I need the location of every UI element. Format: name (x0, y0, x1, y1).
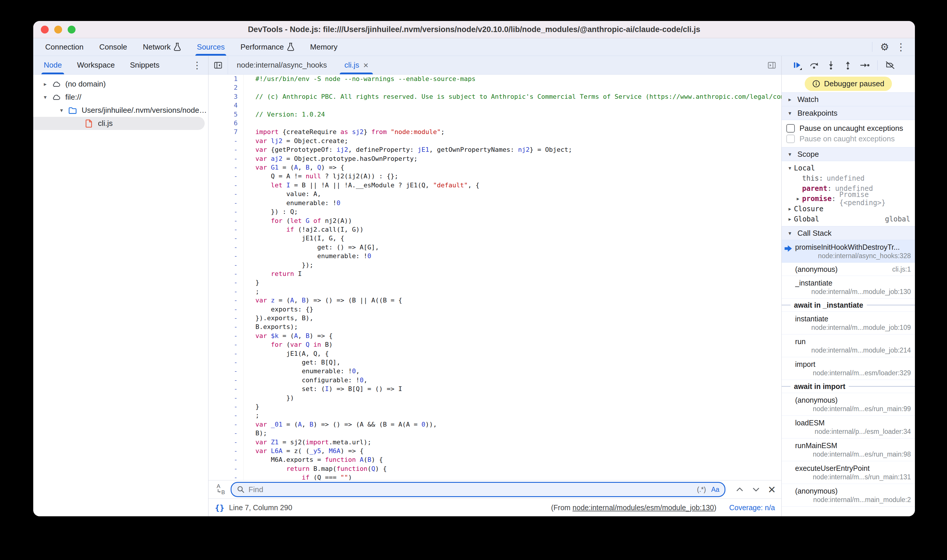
step-over-button[interactable] (805, 58, 822, 73)
line-number[interactable]: - (208, 402, 238, 411)
line-number[interactable]: 7 (208, 128, 238, 136)
line-number[interactable]: - (208, 243, 238, 252)
line-number[interactable]: - (208, 411, 238, 420)
toggle-navigator-icon[interactable] (208, 56, 228, 74)
line-number[interactable]: 2 (208, 83, 238, 92)
line-number[interactable]: - (208, 287, 238, 296)
tree-item-cli-js[interactable]: cli.js (33, 117, 205, 130)
line-number[interactable]: - (208, 145, 238, 154)
line-number-gutter[interactable]: 1234567---------------------------------… (208, 75, 244, 480)
step-button[interactable] (856, 58, 873, 73)
tree-item--no-domain-[interactable]: ▸(no domain) (33, 77, 208, 91)
toggle-debugger-sidebar-icon[interactable] (762, 56, 781, 74)
tree-item-users-jinhuilee-nvm-versions-node-v2-[interactable]: ▾Users/jinhuilee/.nvm/versions/node/v2..… (33, 104, 208, 117)
scope-row[interactable]: ▾Local (782, 163, 915, 173)
line-number[interactable]: - (208, 252, 238, 260)
code-editor[interactable]: 1234567---------------------------------… (208, 75, 781, 480)
close-window-button[interactable] (41, 26, 49, 34)
tab-performance[interactable]: Performance (233, 38, 302, 55)
zoom-window-button[interactable] (68, 26, 76, 34)
chevron-down-icon[interactable]: ▾ (57, 107, 66, 114)
kebab-menu-icon[interactable]: ⋮ (893, 39, 909, 54)
chevron-right-icon[interactable]: ▸ (41, 81, 49, 88)
line-number[interactable]: - (208, 181, 238, 190)
scope-row[interactable]: this:undefined (782, 173, 915, 183)
tab-network[interactable]: Network (135, 38, 189, 55)
chevron-right-icon[interactable]: ▸ (786, 216, 794, 222)
checkbox[interactable] (787, 124, 795, 132)
line-number[interactable]: - (208, 278, 238, 287)
find-previous-icon[interactable] (733, 483, 746, 496)
line-number[interactable]: - (208, 305, 238, 314)
chevron-down-icon[interactable]: ▾ (41, 94, 49, 100)
find-close-icon[interactable]: × (768, 483, 776, 496)
call-stack-frame[interactable]: (anonymous)cli.js:1 (782, 263, 915, 276)
close-tab-icon[interactable]: × (363, 60, 369, 70)
navigator-tab-workspace[interactable]: Workspace (69, 56, 122, 74)
line-number[interactable]: - (208, 465, 238, 473)
tab-console[interactable]: Console (91, 38, 135, 55)
line-number[interactable]: - (208, 323, 238, 331)
line-number[interactable]: - (208, 314, 238, 323)
section-scope[interactable]: ▾ Scope (782, 147, 915, 161)
line-number[interactable]: 1 (208, 75, 238, 83)
line-number[interactable]: 6 (208, 119, 238, 128)
line-number[interactable]: - (208, 385, 238, 393)
line-number[interactable]: - (208, 376, 238, 385)
step-into-button[interactable] (822, 58, 839, 73)
line-number[interactable]: - (208, 367, 238, 375)
navigator-kebab-menu-icon[interactable]: ⋮ (186, 56, 208, 74)
call-stack-frame[interactable]: (anonymous)node:internal/m...main_module… (782, 484, 915, 507)
line-number[interactable]: - (208, 225, 238, 234)
minimize-window-button[interactable] (54, 26, 62, 34)
line-number[interactable]: - (208, 217, 238, 225)
line-number[interactable]: - (208, 332, 238, 340)
line-number[interactable]: - (208, 199, 238, 208)
tab-connection[interactable]: Connection (37, 38, 91, 55)
line-number[interactable]: - (208, 261, 238, 269)
file-tab-cli-js[interactable]: cli.js× (336, 56, 377, 74)
line-number[interactable]: - (208, 429, 238, 438)
line-number[interactable]: - (208, 420, 238, 429)
line-number[interactable]: - (208, 447, 238, 455)
call-stack-frame[interactable]: importnode:internal/m...esm/loader:329 (782, 357, 915, 380)
chevron-right-icon[interactable]: ▸ (786, 206, 794, 212)
line-number[interactable]: - (208, 163, 238, 172)
line-number[interactable]: - (208, 455, 238, 464)
line-number[interactable]: - (208, 154, 238, 163)
line-number[interactable]: - (208, 340, 238, 349)
deactivate-breakpoints-button[interactable] (882, 58, 899, 73)
tab-memory[interactable]: Memory (302, 38, 345, 55)
line-number[interactable]: - (208, 358, 238, 367)
call-stack-frame[interactable]: runMainESMnode:internal/m...es/run_main:… (782, 438, 915, 461)
line-number[interactable]: - (208, 137, 238, 145)
step-out-button[interactable] (839, 58, 856, 73)
settings-gear-icon[interactable]: ⚙ (876, 39, 893, 54)
chevron-down-icon[interactable]: ▾ (786, 165, 794, 171)
file-tab-node-internal-async-hooks[interactable]: node:internal/async_hooks (228, 56, 336, 74)
line-number[interactable]: - (208, 349, 238, 358)
section-breakpoints[interactable]: ▾ Breakpoints (782, 106, 915, 120)
call-stack-frame[interactable]: loadESMnode:internal/p.../esm_loader:34 (782, 416, 915, 438)
call-stack-frame[interactable]: (anonymous)node:internal/m...es/run_main… (782, 393, 915, 416)
call-stack-frame[interactable]: _instantiatenode:internal/m...module_job… (782, 276, 915, 298)
section-watch[interactable]: ▸ Watch (782, 92, 915, 106)
source-code[interactable]: #!/usr/bin/env -S node --no-warnings --e… (244, 75, 781, 480)
navigator-tab-node[interactable]: Node (36, 56, 69, 74)
line-number[interactable]: - (208, 269, 238, 278)
resume-script-button[interactable] (789, 58, 805, 73)
line-number[interactable]: - (208, 394, 238, 402)
regex-toggle-icon[interactable]: (.*) (697, 486, 706, 494)
call-stack-frame[interactable]: executeUserEntryPointnode:internal/m...s… (782, 461, 915, 484)
replace-toggle-icon[interactable]: AB (214, 482, 227, 497)
tree-item-file-[interactable]: ▾file:// (33, 91, 208, 104)
source-map-link[interactable]: node:internal/modules/esm/module_job:130 (573, 503, 714, 512)
line-number[interactable]: - (208, 473, 238, 480)
line-number[interactable]: - (208, 208, 238, 216)
coverage-link[interactable]: Coverage: n/a (729, 503, 775, 512)
line-number[interactable]: 3 (208, 92, 238, 101)
pretty-print-icon[interactable]: {} (215, 503, 225, 512)
line-number[interactable]: - (208, 296, 238, 305)
call-stack-frame[interactable]: runnode:internal/m...module_job:214 (782, 334, 915, 357)
tab-sources[interactable]: Sources (189, 38, 232, 55)
